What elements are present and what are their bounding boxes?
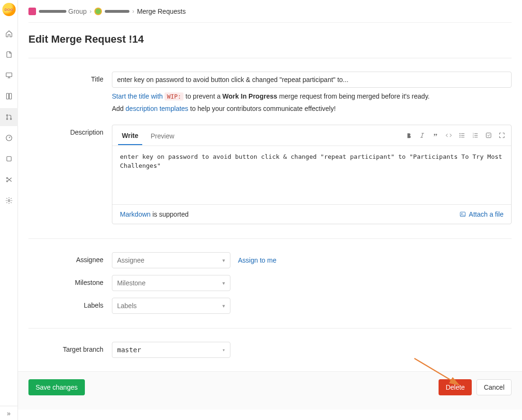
sidebar-item-packages[interactable]	[0, 150, 18, 168]
target-branch-label: Target branch	[28, 342, 112, 358]
list-ol-icon: 123	[472, 132, 479, 139]
svg-rect-17	[486, 133, 491, 138]
sidebar-item-operations[interactable]	[0, 129, 18, 147]
main-content: Group › › Merge Requests Edit Merge Requ…	[18, 0, 522, 420]
group-avatar-icon[interactable]	[28, 8, 36, 15]
wip-code: WIP:	[165, 92, 183, 100]
sidebar-item-settings[interactable]	[0, 192, 18, 210]
svg-point-3	[6, 115, 8, 116]
sidebar-item-repository[interactable]	[0, 46, 18, 64]
sidebar-item-home[interactable]	[0, 25, 18, 43]
wip-link[interactable]: Start the title with	[112, 92, 165, 100]
breadcrumb-group-suffix: Group	[68, 8, 87, 15]
svg-point-13	[459, 137, 460, 137]
assignee-select[interactable]: Assignee ▾	[112, 252, 230, 268]
description-textarea[interactable]	[112, 146, 511, 203]
template-helper: Add description templates to help your c…	[112, 105, 512, 112]
chevron-down-icon: ▾	[222, 303, 225, 309]
attach-file-button[interactable]: Attach a file	[459, 210, 504, 218]
actions-bar: Save changes Delete Cancel	[18, 371, 522, 410]
sidebar-item-issues[interactable]	[0, 87, 18, 105]
svg-point-10	[8, 200, 10, 201]
code-icon	[445, 132, 452, 139]
quote-icon	[432, 132, 439, 139]
svg-point-11	[459, 133, 460, 134]
sidebar-expand-toggle[interactable]: »	[0, 406, 18, 420]
svg-rect-2	[9, 93, 11, 99]
svg-point-12	[459, 135, 460, 136]
svg-point-8	[6, 177, 8, 179]
svg-rect-7	[7, 156, 11, 161]
md-toolbar: 123	[405, 132, 505, 139]
svg-point-19	[461, 213, 462, 214]
labels-select[interactable]: Labels ▾	[112, 298, 230, 314]
gauge-icon	[5, 134, 13, 142]
tab-preview[interactable]: Preview	[147, 127, 178, 145]
svg-rect-1	[6, 93, 9, 99]
package-icon	[5, 155, 13, 163]
page-title: Edit Merge Request !14	[28, 33, 512, 46]
description-label: Description	[28, 125, 112, 224]
left-sidebar: DOG »	[0, 0, 18, 420]
tab-write[interactable]: Write	[118, 126, 142, 145]
issues-icon	[5, 92, 13, 100]
italic-button[interactable]	[418, 132, 426, 139]
ul-button[interactable]	[458, 132, 466, 139]
chevron-down-icon: ▾	[222, 280, 225, 286]
list-ul-icon	[458, 132, 466, 139]
scissors-icon	[5, 176, 13, 183]
monitor-icon	[5, 72, 13, 79]
project-avatar-icon[interactable]	[94, 8, 102, 15]
assignee-placeholder: Assignee	[117, 256, 145, 264]
cancel-button[interactable]: Cancel	[476, 379, 512, 395]
chevron-right-icon: ›	[132, 8, 134, 15]
target-branch-value: master	[117, 346, 141, 354]
file-icon	[5, 51, 13, 58]
assign-to-me-link[interactable]: Assign to me	[238, 256, 276, 264]
assignee-label: Assignee	[28, 252, 112, 268]
project-logo[interactable]: DOG	[2, 3, 16, 16]
markdown-help: Markdown is supported	[120, 210, 189, 218]
description-editor: Write Preview 123	[112, 125, 512, 224]
bold-button[interactable]	[405, 132, 412, 139]
markdown-link[interactable]: Markdown	[120, 210, 151, 218]
breadcrumb-current: Merge Requests	[137, 8, 186, 15]
svg-point-4	[6, 119, 8, 120]
save-button[interactable]: Save changes	[28, 379, 85, 395]
svg-point-5	[10, 119, 11, 120]
italic-icon	[419, 132, 426, 139]
image-icon	[459, 211, 466, 218]
sidebar-item-snippets[interactable]	[0, 171, 18, 189]
milestone-select[interactable]: Milestone ▾	[112, 275, 230, 291]
delete-button[interactable]: Delete	[439, 379, 472, 395]
title-input[interactable]	[112, 72, 512, 88]
merge-request-icon	[5, 113, 13, 121]
svg-rect-0	[6, 73, 12, 77]
fullscreen-button[interactable]	[498, 132, 505, 139]
wip-helper: Start the title with WIP: to prevent a W…	[112, 92, 512, 100]
sidebar-item-merge-requests[interactable]	[0, 108, 18, 126]
task-button[interactable]	[485, 132, 492, 139]
labels-label: Labels	[28, 298, 112, 314]
description-templates-link[interactable]: description templates	[126, 105, 188, 112]
home-icon	[5, 30, 13, 37]
task-icon	[485, 132, 492, 139]
chevron-right-icon: ›	[90, 8, 92, 15]
quote-button[interactable]	[431, 132, 439, 139]
breadcrumbs: Group › › Merge Requests	[28, 0, 512, 23]
chevron-double-right-icon: »	[7, 410, 11, 417]
sidebar-item-cicd[interactable]	[0, 66, 18, 84]
chevron-down-icon: ▾	[222, 347, 225, 353]
milestone-placeholder: Milestone	[117, 279, 146, 287]
breadcrumb-project-redacted[interactable]	[105, 10, 129, 13]
svg-text:3: 3	[472, 137, 473, 138]
code-button[interactable]	[445, 132, 452, 139]
target-branch-select[interactable]: master ▾	[112, 342, 230, 358]
fullscreen-icon	[498, 132, 505, 139]
bold-icon	[405, 132, 412, 139]
labels-placeholder: Labels	[117, 302, 137, 310]
chevron-down-icon: ▾	[222, 257, 225, 264]
breadcrumb-group-redacted[interactable]	[39, 10, 66, 13]
title-label: Title	[28, 72, 112, 112]
ol-button[interactable]: 123	[471, 132, 479, 139]
